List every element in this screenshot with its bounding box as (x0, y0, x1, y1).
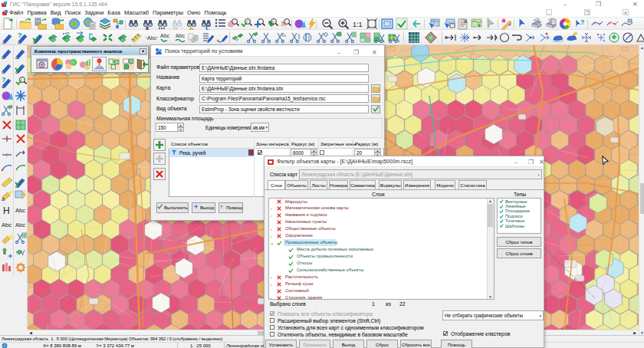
svg-text:?: ? (18, 31, 22, 39)
svg-text:a: a (464, 18, 467, 24)
svg-text:Abc: Abc (160, 33, 170, 38)
svg-text:a: a (2, 196, 5, 202)
svg-text:Abc: Abc (15, 207, 25, 214)
svg-text:1:1: 1:1 (353, 21, 363, 28)
svg-text:Abc: Abc (147, 35, 157, 41)
svg-text:H: H (3, 205, 10, 216)
svg-text:?: ? (580, 18, 585, 26)
svg-text:?: ? (220, 205, 223, 209)
svg-text:Abc: Abc (2, 222, 12, 228)
svg-text:Abc: Abc (176, 33, 186, 38)
svg-text:Abc: Abc (15, 222, 25, 228)
svg-text:?: ? (2, 76, 6, 84)
